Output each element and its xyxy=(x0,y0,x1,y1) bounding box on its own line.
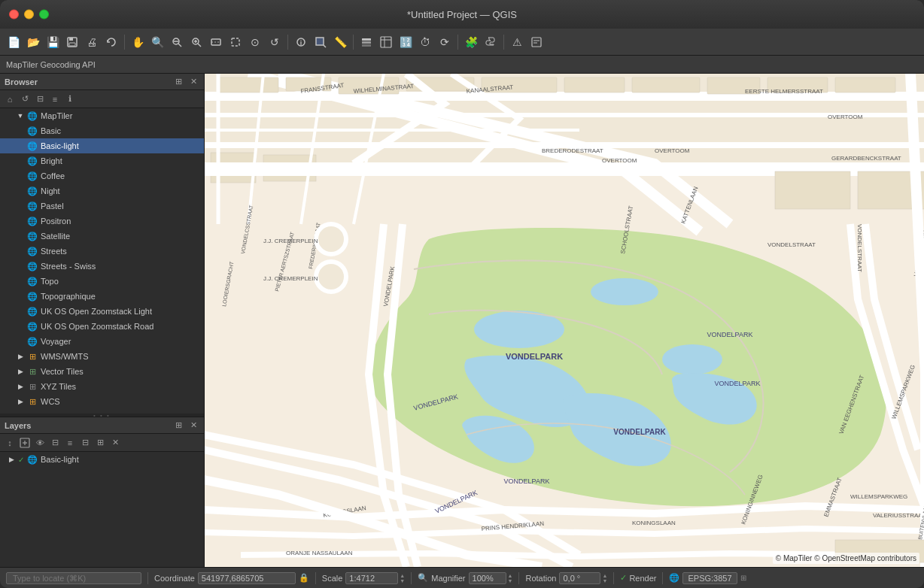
zoom-in-icon[interactable]: 🔍 xyxy=(148,33,166,51)
browser-collapse-icon[interactable]: ≡ xyxy=(48,92,62,106)
save-as-icon[interactable] xyxy=(63,33,81,51)
time-icon[interactable]: ⏱ xyxy=(416,33,434,51)
tree-item-satellite[interactable]: 🌐 Satellite xyxy=(0,229,204,244)
magnifier-down[interactable]: ▼ xyxy=(508,578,513,583)
measure-icon[interactable]: 📏 xyxy=(331,33,349,51)
layer-settings-icon[interactable]: ≡ xyxy=(63,436,77,450)
tree-item-coffee[interactable]: 🌐 Coffee xyxy=(0,168,204,183)
coordinate-label: Coordinate xyxy=(154,574,195,583)
topo-icon: 🌐 xyxy=(27,276,38,286)
coordinate-input[interactable] xyxy=(198,572,296,584)
svg-rect-2 xyxy=(69,43,75,46)
identify-icon[interactable]: i xyxy=(292,33,310,51)
close-button[interactable] xyxy=(9,10,19,20)
magnifier-spinner[interactable]: ▲ ▼ xyxy=(508,573,513,583)
save-project-icon[interactable]: 💾 xyxy=(44,33,62,51)
tree-item-basic[interactable]: 🌐 Basic xyxy=(0,123,204,138)
xyz-tiles-group[interactable]: ▶ ⊞ XYZ Tiles xyxy=(0,379,204,394)
python-icon[interactable] xyxy=(482,33,500,51)
vector-tiles-group[interactable]: ▶ ⊞ Vector Tiles xyxy=(0,364,204,379)
zoom-out-icon[interactable] xyxy=(168,33,186,51)
zoom-extent-icon[interactable] xyxy=(187,33,205,51)
maximize-button[interactable] xyxy=(39,10,49,20)
tree-item-streets[interactable]: 🌐 Streets xyxy=(0,244,204,259)
layer-visibility-icon[interactable]: 👁 xyxy=(33,436,47,450)
zoom-native-icon[interactable]: ⊙ xyxy=(246,33,264,51)
scale-up[interactable]: ▲ xyxy=(400,573,405,578)
epsg-badge[interactable]: EPSG:3857 xyxy=(682,572,737,584)
undo-icon[interactable] xyxy=(102,33,120,51)
tree-item-topo[interactable]: 🌐 Topo xyxy=(0,274,204,289)
tree-item-uk-os-road[interactable]: 🌐 UK OS Open Zoomstack Road xyxy=(0,319,204,334)
sync-icon[interactable]: ⟳ xyxy=(436,33,454,51)
rotation-spinner[interactable]: ▲ ▼ xyxy=(602,573,607,583)
log-icon[interactable] xyxy=(527,33,546,51)
tree-item-bright[interactable]: 🌐 Bright xyxy=(0,153,204,168)
layer-expand-icon[interactable]: ⊟ xyxy=(78,436,92,450)
minimize-button[interactable] xyxy=(24,10,34,20)
tree-item-basic-light[interactable]: 🌐 Basic-light xyxy=(0,138,204,153)
streets-swiss-label: Streets - Swiss xyxy=(41,262,96,271)
vector-tiles-icon: ⊞ xyxy=(27,366,38,377)
browser-header-icons: ⊞ ✕ xyxy=(172,76,199,88)
browser-float-icon[interactable]: ⊞ xyxy=(172,76,184,88)
layer-order-icon[interactable]: ↕ xyxy=(3,436,17,450)
scale-spinner[interactable]: ▲ ▼ xyxy=(400,573,405,583)
expand-icon: ▼ xyxy=(15,111,26,121)
plugin-icon[interactable]: 🧩 xyxy=(462,33,480,51)
svg-text:EERSTE HELMERSSTRAAT: EERSTE HELMERSSTRAAT xyxy=(745,88,823,95)
zoom-layer-icon[interactable] xyxy=(207,33,225,51)
attribute-table-icon[interactable] xyxy=(377,33,395,51)
tree-item-pastel[interactable]: 🌐 Pastel xyxy=(0,199,204,214)
warning-icon[interactable]: ⚠ xyxy=(508,33,526,51)
layer-globe-icon: 🌐 xyxy=(27,454,38,465)
rotation-up[interactable]: ▲ xyxy=(602,573,607,578)
browser-info-icon[interactable]: ℹ xyxy=(63,92,77,106)
browser-close-icon[interactable]: ✕ xyxy=(187,76,199,88)
scale-input[interactable] xyxy=(345,572,398,584)
layer-item-basic-light[interactable]: ▶ ✓ 🌐 Basic-light xyxy=(0,452,204,467)
layer-icon[interactable] xyxy=(357,33,375,51)
scale-down[interactable]: ▼ xyxy=(400,578,405,583)
layer-filter-icon[interactable]: ⊟ xyxy=(48,436,62,450)
status-sep-5 xyxy=(613,572,614,584)
layer-remove-icon[interactable]: ✕ xyxy=(108,436,122,450)
refresh-icon[interactable]: ↺ xyxy=(266,33,284,51)
open-project-icon[interactable]: 📂 xyxy=(24,33,42,51)
calculator-icon[interactable]: 🔢 xyxy=(397,33,415,51)
rotation-label: Rotation xyxy=(525,574,556,583)
magnifier-input[interactable] xyxy=(469,572,506,584)
svg-rect-44 xyxy=(835,77,895,92)
layer-collapse-icon[interactable]: ⊞ xyxy=(93,436,107,450)
wcs-group[interactable]: ▶ ⊞ WCS xyxy=(0,394,204,409)
new-project-icon[interactable]: 📄 xyxy=(5,33,23,51)
locate-input[interactable] xyxy=(6,572,141,584)
wms-wmts-group[interactable]: ▶ ⊞ WMS/WMTS xyxy=(0,349,204,364)
rotation-input[interactable] xyxy=(559,572,600,584)
maptiler-root[interactable]: ▼ 🌐 MapTiler xyxy=(0,108,204,123)
browser-filter-icon[interactable]: ⊟ xyxy=(33,92,47,106)
svg-text:KONINGSLAAN: KONINGSLAAN xyxy=(632,520,676,526)
tree-item-streets-swiss[interactable]: 🌐 Streets - Swiss xyxy=(0,259,204,274)
pan-icon[interactable]: ✋ xyxy=(129,33,147,51)
map-area[interactable]: KANAALSTRAAT BREDERODESTRAAT OVERTOOM OV… xyxy=(205,74,924,567)
select-icon[interactable] xyxy=(312,33,330,51)
pastel-icon: 🌐 xyxy=(27,201,38,211)
magnifier-up[interactable]: ▲ xyxy=(508,573,513,578)
browser-home-icon[interactable]: ⌂ xyxy=(3,92,17,106)
tree-item-uk-os-light[interactable]: 🌐 UK OS Open Zoomstack Light xyxy=(0,304,204,319)
print-icon[interactable]: 🖨 xyxy=(83,33,101,51)
tree-item-voyager[interactable]: 🌐 Voyager xyxy=(0,334,204,349)
tree-item-night[interactable]: 🌐 Night xyxy=(0,183,204,199)
tree-item-positron[interactable]: 🌐 Positron xyxy=(0,214,204,229)
layers-float-icon[interactable]: ⊞ xyxy=(172,420,184,432)
svg-text:J.J. CREMERPLEIN: J.J. CREMERPLEIN xyxy=(263,275,318,282)
tree-item-topographique[interactable]: 🌐 Topographique xyxy=(0,289,204,304)
layer-add-group-icon[interactable] xyxy=(18,436,32,450)
coordinate-section: Coordinate 🔒 xyxy=(154,572,309,584)
browser-toolbar: ⌂ ↺ ⊟ ≡ ℹ xyxy=(0,90,204,108)
zoom-selection-icon[interactable] xyxy=(226,33,245,51)
rotation-down[interactable]: ▼ xyxy=(602,578,607,583)
layers-close-icon[interactable]: ✕ xyxy=(187,420,199,432)
browser-refresh-icon[interactable]: ↺ xyxy=(18,92,32,106)
